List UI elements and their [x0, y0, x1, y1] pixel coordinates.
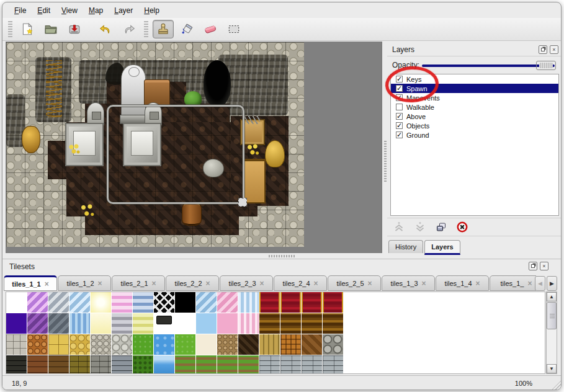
tile-brick-dark[interactable]	[6, 355, 27, 374]
tileset-tab-tiles_2_1[interactable]: tiles_2_1×	[112, 275, 165, 291]
selection-resize-handle[interactable]	[238, 198, 247, 207]
tile-farm[interactable]	[175, 355, 195, 374]
tab-close-icon[interactable]: ×	[260, 279, 264, 288]
tile-stone-gray[interactable]	[112, 334, 132, 355]
tile-water-purple[interactable]	[27, 292, 48, 313]
tile-tile-yellow[interactable]	[48, 334, 69, 355]
scroll-up-icon[interactable]: ▲	[547, 292, 557, 301]
tab-close-icon[interactable]: ×	[152, 279, 156, 288]
tile-lattice[interactable]	[154, 292, 174, 313]
layer-visibility-checkbox[interactable]: ✓	[396, 113, 403, 120]
tile-farm[interactable]	[196, 355, 217, 374]
tileset-tab-tiles_2_3[interactable]: tiles_2_3×	[220, 275, 273, 291]
opacity-slider[interactable]	[422, 65, 555, 67]
tile-stone-olive[interactable]	[69, 355, 90, 374]
menu-item-map[interactable]: Map	[83, 4, 109, 17]
tile-carpet-red[interactable]	[259, 292, 280, 313]
layer-row-above[interactable]: ✓Above	[391, 112, 558, 121]
layer-row-spawn[interactable]: ✓Spawn	[391, 84, 558, 93]
menu-item-help[interactable]: Help	[138, 4, 165, 17]
tile-water-pink[interactable]	[217, 292, 238, 313]
tile-water-blue[interactable]	[69, 292, 90, 313]
layer-row-mapevents[interactable]: ✓Mapevents	[391, 93, 558, 102]
tab-close-icon[interactable]: ×	[422, 279, 426, 288]
tile-farm[interactable]	[238, 355, 259, 374]
tile-pink-solid[interactable]	[217, 313, 238, 334]
tile-farm[interactable]	[217, 355, 238, 374]
new-file-button[interactable]	[17, 20, 38, 38]
horizontal-splitter[interactable]	[6, 253, 562, 259]
tile-purple-deep[interactable]	[6, 313, 27, 334]
layer-row-walkable[interactable]: Walkable	[391, 102, 558, 112]
tab-close-icon[interactable]: ×	[45, 280, 49, 288]
layer-visibility-checkbox[interactable]: ✓	[396, 94, 403, 101]
map-selection-rect[interactable]	[107, 105, 244, 204]
redo-button[interactable]	[119, 20, 140, 38]
tile-plank[interactable]	[259, 334, 280, 355]
tile-white[interactable]	[175, 313, 195, 334]
tile-sign[interactable]	[154, 313, 174, 334]
tile-white[interactable]	[6, 292, 27, 313]
tile-water-tex[interactable]	[154, 334, 174, 355]
select-tool-button[interactable]	[223, 20, 244, 38]
tile-carpet-red[interactable]	[323, 292, 343, 313]
tile-water-purple-d[interactable]	[27, 313, 48, 334]
tile-waterfall-pink[interactable]	[238, 313, 259, 334]
tile-stripe-gray[interactable]	[112, 313, 132, 334]
lower-layer-button[interactable]	[413, 220, 427, 234]
tileset-tab-tiles_2_5[interactable]: tiles_2_5×	[328, 275, 381, 291]
duplicate-layer-button[interactable]	[434, 220, 448, 234]
tile-stone-gray2[interactable]	[91, 355, 111, 374]
tile-stripe-yellow[interactable]	[133, 313, 153, 334]
dock-tab-layers[interactable]: Layers	[424, 240, 460, 255]
tile-brick-gray2[interactable]	[259, 355, 280, 374]
tile-stripe-pink[interactable]	[112, 292, 132, 313]
tile-water-blue-2[interactable]	[69, 313, 90, 334]
tab-scroll-right-icon[interactable]: ▶	[547, 276, 557, 291]
layer-visibility-checkbox[interactable]	[396, 104, 403, 110]
tile-black[interactable]	[175, 292, 195, 313]
tileset-tab-tiles_1_[interactable]: tiles_1_×	[490, 275, 536, 291]
scrollbar-thumb[interactable]	[547, 302, 557, 329]
tileset-scrollbar[interactable]: ▲ ▼	[546, 292, 557, 374]
window-resize-grip[interactable]	[550, 378, 561, 390]
tile-pale-yellow[interactable]	[91, 313, 111, 334]
tile-carpet-brown[interactable]	[302, 313, 322, 334]
tile-stripe-blue[interactable]	[133, 292, 153, 313]
float-panel-button[interactable]	[539, 45, 547, 54]
menu-item-edit[interactable]: Edit	[32, 4, 56, 17]
tile-brick-gray2[interactable]	[323, 355, 343, 374]
tile-water-blue-l[interactable]	[196, 292, 217, 313]
fill-tool-button[interactable]	[176, 20, 197, 38]
delete-layer-button[interactable]	[455, 220, 469, 234]
tile-herring[interactable]	[302, 334, 322, 355]
layer-visibility-checkbox[interactable]: ✓	[396, 85, 403, 92]
tile-brick-gray[interactable]	[112, 355, 132, 374]
menu-item-layer[interactable]: Layer	[109, 4, 138, 17]
tile-grass[interactable]	[133, 334, 153, 355]
tile-carpet-brown[interactable]	[323, 313, 343, 334]
toolbar-grip-icon[interactable]	[8, 21, 12, 37]
tile-glow-yellow[interactable]	[91, 292, 111, 313]
tile-brick-brown[interactable]	[27, 355, 48, 374]
tile-shingle[interactable]	[238, 334, 259, 355]
tile-pave-gray[interactable]	[6, 334, 27, 355]
tab-close-icon[interactable]: ×	[368, 279, 372, 288]
eraser-tool-button[interactable]	[200, 20, 221, 38]
toolbar-grip-icon[interactable]	[144, 21, 148, 37]
close-panel-button[interactable]: ×	[540, 262, 548, 270]
scroll-down-icon[interactable]: ▼	[547, 364, 557, 373]
float-panel-button[interactable]	[529, 262, 537, 270]
layer-visibility-checkbox[interactable]: ✓	[396, 131, 403, 138]
tileset-tab-tiles_1_1[interactable]: tiles_1_1×	[4, 275, 57, 291]
tile-weave[interactable]	[280, 334, 301, 355]
map-view[interactable]	[6, 42, 304, 247]
tile-blue-solid[interactable]	[196, 313, 217, 334]
close-panel-button[interactable]: ×	[550, 45, 558, 54]
layer-row-ground[interactable]: ✓Ground	[391, 130, 558, 140]
dock-tab-history[interactable]: History	[388, 240, 423, 253]
tile-dirt[interactable]	[217, 334, 238, 355]
undo-button[interactable]	[95, 20, 116, 38]
opacity-slider-handle[interactable]	[536, 61, 556, 70]
tile-water-gray-d[interactable]	[48, 313, 69, 334]
